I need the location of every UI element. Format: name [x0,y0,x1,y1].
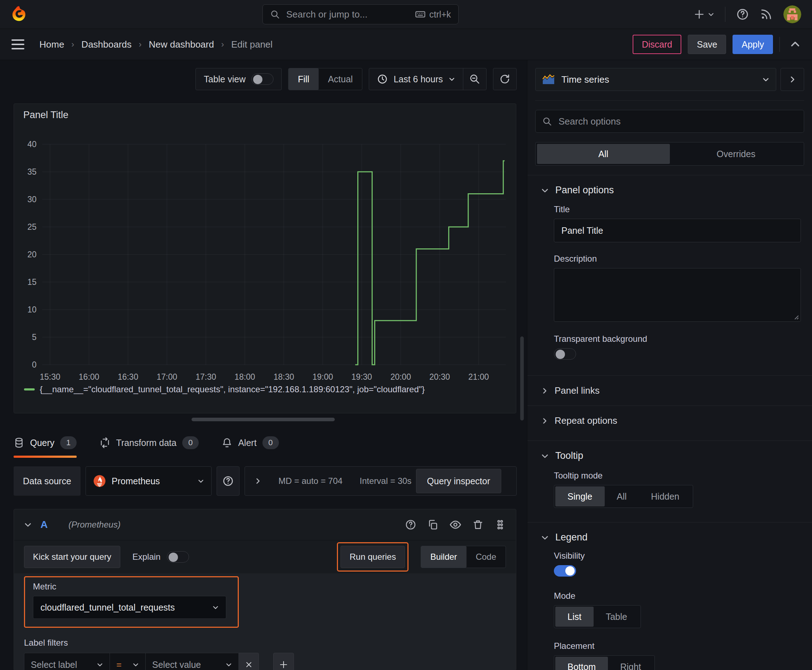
plus-icon [279,660,288,669]
tab-overrides[interactable]: Overrides [670,144,803,164]
breadcrumb-dashboards[interactable]: Dashboards [81,39,131,50]
duplicate-query-icon[interactable] [427,519,439,530]
tooltip-header[interactable]: Tooltip [527,441,812,468]
operator-value: = [116,660,127,670]
vertical-scrollbar[interactable] [520,337,524,421]
grafana-logo-icon[interactable] [11,5,27,23]
panel-toolbar: Table view Fill Actual Last 6 hours [0,60,526,90]
tooltip-mode-all[interactable]: All [605,486,639,506]
title-label: Title [554,205,801,214]
refresh-button[interactable] [493,68,516,90]
size-mode-switch: Fill Actual [288,68,362,90]
svg-text:5: 5 [32,333,37,342]
section-tooltip: Tooltip Tooltip mode Single All Hidden [527,441,812,522]
builder-option[interactable]: Builder [421,546,466,568]
delete-query-icon[interactable] [472,519,484,530]
edit-panel-main: Table view Fill Actual Last 6 hours [0,60,526,670]
hide-query-icon[interactable] [449,519,461,531]
prometheus-icon [93,475,106,487]
description-textarea[interactable] [554,268,801,322]
panel-links-section[interactable]: Panel links [527,376,812,406]
menu-toggle-button[interactable] [12,39,24,49]
legend-placement-right[interactable]: Right [608,657,653,670]
metric-select[interactable]: cloudflared_tunnel_total_requests [33,596,226,619]
tab-all[interactable]: All [537,144,670,164]
tab-alert[interactable]: Alert 0 [222,428,279,458]
zoom-out-button[interactable] [463,68,486,90]
apply-button[interactable]: Apply [732,35,773,54]
tooltip-mode-single[interactable]: Single [555,486,605,506]
query-editor-card: A (Prometheus) Kick start your query Exp… [14,509,516,670]
close-icon [244,660,253,669]
discard-button[interactable]: Discard [632,35,681,54]
tab-query[interactable]: Query 1 [14,428,76,458]
global-search-input[interactable] [286,8,410,20]
save-button[interactable]: Save [688,35,726,54]
add-menu-button[interactable] [693,8,714,20]
legend-placement-bottom[interactable]: Bottom [555,657,608,670]
keyboard-icon [415,9,425,20]
panel-title-input[interactable] [554,219,801,242]
select-value-dropdown[interactable]: Select value [146,653,239,670]
add-filter-button[interactable] [273,653,294,670]
legend-header[interactable]: Legend [527,523,812,549]
chevron-right-icon [541,417,548,425]
datasource-help-button[interactable] [217,466,239,496]
query-toolbar: Data source Prometheus MD = auto = 704 I… [14,466,517,496]
news-button[interactable] [760,8,773,21]
global-search[interactable]: ctrl+k [263,4,459,24]
repeat-options-section[interactable]: Repeat options [527,406,812,436]
fill-option[interactable]: Fill [288,68,319,90]
operator-dropdown[interactable]: = [110,653,146,670]
query-row-header[interactable]: A (Prometheus) [14,509,516,540]
kick-start-button[interactable]: Kick start your query [24,546,120,568]
svg-text:16:30: 16:30 [118,372,139,382]
resize-grip-icon[interactable] [793,313,799,320]
query-help-icon[interactable] [405,519,416,530]
collapse-options-button[interactable] [790,39,800,50]
panel-options-header[interactable]: Panel options [527,175,812,202]
options-search-input[interactable] [558,116,797,127]
query-ref-id: A [41,519,47,530]
time-series-chart[interactable]: 051015202530354015:3016:0016:3017:0017:3… [14,104,517,414]
user-avatar[interactable] [783,5,801,23]
actual-option[interactable]: Actual [319,68,362,90]
transform-icon [100,437,110,448]
datasource-picker[interactable]: Prometheus [86,466,212,496]
rss-icon [760,8,773,21]
select-label-dropdown[interactable]: Select label [24,653,110,670]
tooltip-mode-label: Tooltip mode [554,470,801,481]
code-option[interactable]: Code [466,546,505,568]
builder-code-switch: Builder Code [421,546,506,568]
legend-visibility-toggle[interactable] [554,565,576,577]
chevron-down-icon [212,604,219,611]
run-queries-button[interactable]: Run queries [341,546,405,568]
remove-filter-button[interactable] [239,653,259,670]
legend-series-label[interactable]: {__name__="cloudflared_tunnel_total_requ… [40,384,425,394]
breadcrumb-new-dashboard[interactable]: New dashboard [149,39,214,50]
options-search[interactable] [535,110,804,133]
help-button[interactable] [736,8,749,21]
breadcrumb-home[interactable]: Home [39,39,64,50]
time-range-picker[interactable]: Last 6 hours [369,68,463,90]
panel-resize-handle[interactable] [192,418,335,421]
visualization-picker[interactable]: Time series [535,68,776,91]
drag-handle-icon[interactable] [495,519,506,530]
transparent-background-toggle[interactable] [554,348,576,360]
bell-icon [222,437,232,448]
query-options-bar[interactable]: MD = auto = 704 Interval = 30s Query ins… [244,466,517,496]
legend-mode-table[interactable]: Table [593,607,639,627]
toggle-viz-picker-button[interactable] [780,68,804,91]
legend-series-swatch[interactable] [24,388,35,391]
chevron-down-icon [97,662,103,668]
legend-mode-group: List Table [554,605,641,628]
tooltip-mode-hidden[interactable]: Hidden [639,486,692,506]
explain-toggle[interactable] [167,551,189,563]
legend-mode-list[interactable]: List [555,607,593,627]
datasource-label: Data source [14,466,81,496]
tab-transform-data[interactable]: Transform data 0 [100,428,199,458]
table-view-toggle[interactable] [251,73,273,85]
svg-text:20:30: 20:30 [429,372,450,382]
query-inspector-button[interactable]: Query inspector [416,469,501,493]
panel-options-heading: Panel options [555,185,614,196]
